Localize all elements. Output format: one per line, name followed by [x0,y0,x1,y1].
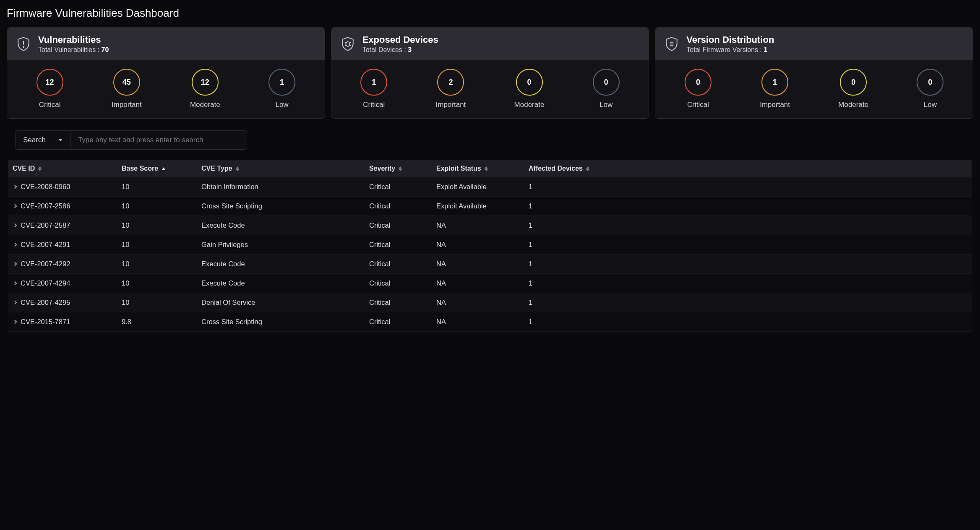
severity-ring-important[interactable]: 2Important [436,69,466,109]
card-header: Exposed Devices Total Devices : 3 [331,28,649,60]
severity-ring-critical[interactable]: 12Critical [36,69,63,109]
card-subtitle: Total Vulnerabilities : 70 [38,46,109,54]
cell-severity: Critical [369,318,436,326]
expand-row-icon[interactable] [13,243,17,247]
ring-count: 12 [36,69,63,96]
severity-ring-moderate[interactable]: 12Moderate [190,69,220,109]
table-row[interactable]: CVE-2007-429510Denial Of ServiceCritical… [8,293,972,312]
expand-row-icon[interactable] [13,320,17,324]
column-cve-id[interactable]: CVE ID [13,165,122,172]
table-row[interactable]: CVE-2007-429210Execute CodeCriticalNA1 [8,255,972,274]
card-body: 12Critical45Important12Moderate1Low [7,60,325,118]
severity-ring-important[interactable]: 1Important [760,69,790,109]
svg-line-4 [345,42,346,43]
cell-exploit-status: NA [436,318,529,326]
table-row[interactable]: CVE-2007-429410Execute CodeCriticalNA1 [8,274,972,293]
cell-affected-devices: 1 [529,260,967,268]
cell-cve-id: CVE-2007-2587 [21,221,70,229]
card-title: Exposed Devices [362,34,438,45]
cell-cve-id: CVE-2007-4295 [21,299,70,307]
cell-severity: Critical [369,299,436,307]
cell-cve-type: Cross Site Scripting [201,318,369,326]
column-severity[interactable]: Severity [369,165,436,172]
table-row[interactable]: CVE-2007-429110Gain PrivilegesCriticalNA… [8,235,972,255]
table-row[interactable]: CVE-2008-096010Obtain InformationCritica… [8,177,972,197]
expand-row-icon[interactable] [13,281,17,286]
search-bar: Search [15,130,247,150]
ring-label: Important [112,101,142,109]
severity-ring-low[interactable]: 1Low [268,69,295,109]
table-body: CVE-2008-096010Obtain InformationCritica… [8,177,972,332]
cve-table: CVE ID Base Score CVE Type Severity Expl… [8,160,972,332]
cell-severity: Critical [369,183,436,191]
ring-count: 1 [268,69,295,96]
cell-cve-type: Execute Code [201,260,369,268]
cell-affected-devices: 1 [529,221,967,229]
cell-severity: Critical [369,260,436,268]
search-input[interactable] [70,131,247,149]
sort-asc-icon [162,167,166,170]
cell-affected-devices: 1 [529,299,967,307]
ring-label: Low [924,101,937,109]
cell-exploit-status: NA [436,241,529,249]
column-base-score[interactable]: Base Score [122,165,201,172]
table-row[interactable]: CVE-2007-258710Execute CodeCriticalNA1 [8,216,972,235]
cell-exploit-status: NA [436,279,529,287]
severity-ring-moderate[interactable]: 0Moderate [838,69,868,109]
ring-label: Moderate [190,101,220,109]
ring-count: 0 [685,69,712,96]
cell-exploit-status: NA [436,221,529,229]
cell-severity: Critical [369,221,436,229]
shield-bug-icon [340,36,356,52]
sort-icon [399,166,402,171]
summary-cards: Vulnerabilities Total Vulnerabilities : … [7,27,973,119]
ring-label: Critical [39,101,61,109]
ring-count: 0 [840,69,867,96]
column-exploit-status[interactable]: Exploit Status [436,165,529,172]
svg-line-5 [349,42,350,43]
svg-point-1 [23,47,24,47]
expand-row-icon[interactable] [13,223,17,228]
cell-severity: Critical [369,279,436,287]
card-body: 0Critical1Important0Moderate0Low [655,60,973,118]
cell-exploit-status: NA [436,260,529,268]
cell-cve-id: CVE-2008-0960 [21,183,70,191]
cell-exploit-status: NA [436,299,529,307]
cell-cve-type: Gain Privileges [201,241,369,249]
ring-count: 2 [437,69,464,96]
ring-count: 0 [516,69,543,96]
expand-row-icon[interactable] [13,185,17,189]
table-row[interactable]: CVE-2015-78719.8Cross Site ScriptingCrit… [8,312,972,332]
column-cve-type[interactable]: CVE Type [201,165,369,172]
card-version-distribution: Version Distribution Total Firmware Vers… [655,27,973,119]
ring-label: Low [599,101,612,109]
column-affected-devices[interactable]: Affected Devices [529,165,967,172]
card-subtitle: Total Firmware Versions : 1 [686,46,774,54]
ring-label: Moderate [838,101,868,109]
cell-cve-id: CVE-2015-7871 [21,318,70,326]
ring-label: Important [760,101,790,109]
cell-affected-devices: 1 [529,279,967,287]
card-title: Vulnerabilities [38,34,109,45]
cell-affected-devices: 1 [529,241,967,249]
severity-ring-moderate[interactable]: 0Moderate [514,69,545,109]
cell-cve-type: Denial Of Service [201,299,369,307]
expand-row-icon[interactable] [13,204,17,208]
expand-row-icon[interactable] [13,301,17,305]
cell-affected-devices: 1 [529,202,967,210]
expand-row-icon[interactable] [13,262,17,266]
severity-ring-low[interactable]: 0Low [593,69,620,109]
cell-base-score: 10 [122,299,201,307]
ring-count: 45 [113,69,140,96]
ring-count: 0 [593,69,620,96]
search-type-select[interactable]: Search [16,131,70,149]
table-row[interactable]: CVE-2007-258610Cross Site ScriptingCriti… [8,197,972,216]
severity-ring-critical[interactable]: 0Critical [685,69,712,109]
severity-ring-low[interactable]: 0Low [917,69,944,109]
ring-count: 1 [360,69,387,96]
severity-ring-critical[interactable]: 1Critical [360,69,387,109]
sort-icon [38,166,42,171]
severity-ring-important[interactable]: 45Important [112,69,142,109]
cell-base-score: 10 [122,221,201,229]
card-exposed-devices: Exposed Devices Total Devices : 3 1Criti… [331,27,649,119]
